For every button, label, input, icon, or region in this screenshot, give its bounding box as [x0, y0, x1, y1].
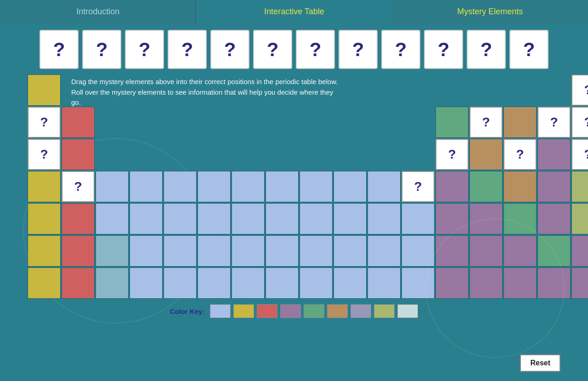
cell-r6-16[interactable] [537, 235, 571, 267]
mystery-card-7[interactable]: ? [296, 30, 335, 69]
cell-r7-4[interactable] [130, 267, 163, 299]
cell-r6-2[interactable] [62, 235, 95, 267]
cell-r4-5[interactable] [164, 171, 197, 202]
cell-r6-17[interactable] [571, 235, 588, 267]
cell-r3-16[interactable] [537, 139, 571, 170]
cell-r7-8[interactable] [266, 267, 299, 299]
cell-r5-17[interactable] [571, 203, 588, 234]
cell-r6-1[interactable] [28, 235, 61, 267]
cell-r5-1[interactable] [28, 203, 61, 234]
cell-r4-17[interactable] [571, 171, 588, 202]
cell-r4-7[interactable] [232, 171, 265, 202]
cell-r6-13[interactable] [435, 235, 469, 267]
cell-r4-3[interactable] [96, 171, 129, 202]
cell-r3-17[interactable]: ? [571, 139, 588, 170]
cell-r7-5[interactable] [164, 267, 197, 299]
mystery-card-5[interactable]: ? [210, 30, 249, 69]
cell-r2-1[interactable]: ? [28, 107, 61, 138]
cell-r7-2[interactable] [62, 267, 95, 299]
cell-r5-13[interactable] [435, 203, 469, 234]
cell-r6-5[interactable] [164, 235, 197, 267]
cell-r5-6[interactable] [198, 203, 231, 234]
cell-r4-16[interactable] [537, 171, 571, 202]
mystery-card-1[interactable]: ? [40, 30, 79, 69]
cell-r5-14[interactable] [469, 203, 503, 234]
mystery-card-9[interactable]: ? [381, 30, 420, 69]
cell-r4-10[interactable] [334, 171, 367, 202]
cell-r7-16[interactable] [537, 267, 571, 299]
mystery-card-11[interactable]: ? [467, 30, 506, 69]
cell-r4-8[interactable] [266, 171, 299, 202]
cell-r7-1[interactable] [28, 267, 61, 299]
mystery-card-6[interactable]: ? [253, 30, 292, 69]
cell-r7-17[interactable] [571, 267, 588, 299]
cell-r7-10[interactable] [334, 267, 367, 299]
tab-interactive-table[interactable]: Interactive Table [196, 0, 392, 24]
cell-r6-15[interactable] [503, 235, 537, 267]
cell-r1-1[interactable] [28, 74, 61, 106]
mystery-card-10[interactable]: ? [424, 30, 463, 69]
cell-r5-7[interactable] [232, 203, 265, 234]
cell-r2-16[interactable]: ? [537, 107, 571, 138]
cell-r2-15[interactable] [503, 107, 537, 138]
cell-r2-14[interactable]: ? [469, 107, 503, 138]
cell-r7-11[interactable] [368, 267, 401, 299]
cell-r5-10[interactable] [334, 203, 367, 234]
cell-r5-11[interactable] [368, 203, 401, 234]
cell-r6-8[interactable] [266, 235, 299, 267]
cell-r7-12[interactable] [401, 267, 435, 299]
tab-introduction[interactable]: Introduction [0, 0, 196, 24]
cell-r4-4[interactable] [130, 171, 163, 202]
cell-r3-2[interactable] [62, 139, 95, 170]
cell-r5-8[interactable] [266, 203, 299, 234]
cell-r3-15[interactable]: ? [503, 139, 537, 170]
cell-r6-11[interactable] [368, 235, 401, 267]
cell-r2-17[interactable]: ? [571, 107, 588, 138]
cell-r6-6[interactable] [198, 235, 231, 267]
cell-r4-2[interactable]: ? [62, 171, 95, 202]
tab-mystery-elements[interactable]: Mystery Elements [392, 0, 588, 24]
cell-r5-5[interactable] [164, 203, 197, 234]
cell-r4-9[interactable] [300, 171, 333, 202]
reset-button[interactable]: Reset [520, 354, 560, 372]
cell-r5-9[interactable] [300, 203, 333, 234]
cell-r2-13[interactable] [435, 107, 469, 138]
mystery-card-2[interactable]: ? [82, 30, 121, 69]
cell-r4-13[interactable] [435, 171, 469, 202]
cell-r3-14[interactable] [469, 139, 503, 170]
cell-r4-12[interactable]: ? [401, 171, 435, 202]
cell-r2-2[interactable] [62, 107, 95, 138]
mystery-card-4[interactable]: ? [168, 30, 207, 69]
cell-r7-9[interactable] [300, 267, 333, 299]
cell-r6-7[interactable] [232, 235, 265, 267]
cell-r5-3[interactable] [96, 203, 129, 234]
cell-r4-14[interactable] [469, 171, 503, 202]
cell-r4-11[interactable] [368, 171, 401, 202]
cell-r5-16[interactable] [537, 203, 571, 234]
cell-r6-12[interactable] [401, 235, 435, 267]
cell-r7-6[interactable] [198, 267, 231, 299]
cell-r7-3[interactable] [96, 267, 129, 299]
cell-r4-15[interactable] [503, 171, 537, 202]
cell-r4-1[interactable] [28, 171, 61, 202]
cell-r6-10[interactable] [334, 235, 367, 267]
mystery-card-12[interactable]: ? [509, 30, 548, 69]
cell-r6-4[interactable] [130, 235, 163, 267]
cell-r6-14[interactable] [469, 235, 503, 267]
cell-r5-15[interactable] [503, 203, 537, 234]
cell-r6-3[interactable] [96, 235, 129, 267]
mystery-card-3[interactable]: ? [125, 30, 164, 69]
cell-r7-7[interactable] [232, 267, 265, 299]
cell-r5-12[interactable] [401, 203, 435, 234]
cell-r7-13[interactable] [435, 267, 469, 299]
cell-r3-13[interactable]: ? [435, 139, 469, 170]
cell-r6-9[interactable] [300, 235, 333, 267]
cell-r5-4[interactable] [130, 203, 163, 234]
cell-r3-1[interactable]: ? [28, 139, 61, 170]
cell-r4-6[interactable] [198, 171, 231, 202]
mystery-card-8[interactable]: ? [339, 30, 378, 69]
cell-r1-18[interactable]: ? [571, 74, 588, 106]
cell-r7-14[interactable] [469, 267, 503, 299]
cell-r5-2[interactable] [62, 203, 95, 234]
cell-r7-15[interactable] [503, 267, 537, 299]
